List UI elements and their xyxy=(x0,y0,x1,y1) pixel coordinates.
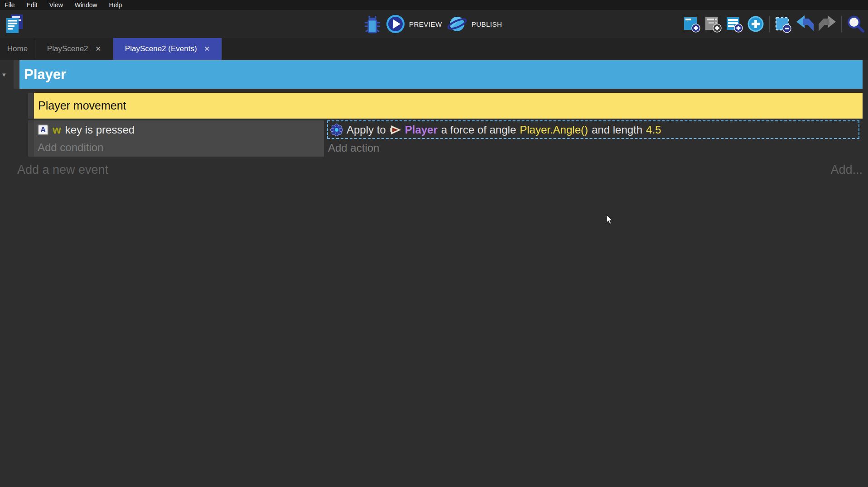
menu-bar: File Edit View Window Help xyxy=(0,0,868,10)
comment-gutter[interactable] xyxy=(28,93,34,119)
tab-home[interactable]: Home xyxy=(0,38,35,60)
undo-icon xyxy=(796,15,815,33)
action-middle-text: a force of angle xyxy=(441,124,516,136)
comment-event[interactable]: Player movement xyxy=(34,93,863,119)
delete-selection-icon xyxy=(774,15,792,33)
group-gutter[interactable] xyxy=(14,60,19,89)
debug-button[interactable] xyxy=(363,14,381,34)
action-angle-expression: Player.Angle() xyxy=(520,124,588,136)
action-prefix: Apply to xyxy=(347,124,386,136)
comment-text: Player movement xyxy=(34,99,126,112)
force-icon xyxy=(330,124,343,136)
tab-playscene2[interactable]: PlayScene2 ✕ xyxy=(35,38,113,60)
condition-row[interactable]: A w key is pressed xyxy=(34,120,324,139)
search-events-button[interactable] xyxy=(846,14,865,33)
toolbar-center-group: PREVIEW PUBLISH xyxy=(363,14,502,34)
condition-text: key is pressed xyxy=(65,124,135,136)
add-more-button[interactable]: Add... xyxy=(830,163,863,177)
publish-label: PUBLISH xyxy=(472,20,502,28)
menu-view[interactable]: View xyxy=(43,0,69,10)
add-new-event-button[interactable]: Add a new event xyxy=(17,163,108,177)
menu-file[interactable]: File xyxy=(0,0,21,10)
tab-playscene2-events[interactable]: PlayScene2 (Events) ✕ xyxy=(113,38,222,60)
action-row-selected[interactable]: Apply to Player a force of angle Player.… xyxy=(327,120,859,139)
redo-icon xyxy=(818,15,837,33)
events-sheet: ▾ Player Player movement A w key is pres… xyxy=(0,60,868,487)
conditions-column: A w key is pressed Add condition xyxy=(34,120,324,157)
player-object-icon xyxy=(390,124,401,135)
publish-globe-icon xyxy=(447,14,468,34)
menu-edit[interactable]: Edit xyxy=(21,0,43,10)
preview-button[interactable]: PREVIEW xyxy=(386,14,442,33)
add-comment-icon xyxy=(725,15,743,33)
action-length-value: 4.5 xyxy=(646,124,661,136)
toolbar-separator xyxy=(841,16,842,32)
action-suffix-text: and length xyxy=(592,124,642,136)
menu-help[interactable]: Help xyxy=(103,0,128,10)
add-event-button[interactable] xyxy=(683,15,701,33)
actions-column: Apply to Player a force of angle Player.… xyxy=(327,120,863,157)
add-event-icon xyxy=(683,15,701,33)
tab-home-label: Home xyxy=(7,44,28,53)
toolbar-separator xyxy=(769,16,770,32)
close-icon[interactable]: ✕ xyxy=(96,45,101,53)
add-action-button[interactable]: Add action xyxy=(327,140,863,156)
tab-playscene2-events-label: PlayScene2 (Events) xyxy=(125,44,197,53)
search-icon xyxy=(846,14,865,33)
toolbar-right-group xyxy=(683,14,865,34)
add-condition-button[interactable]: Add condition xyxy=(34,139,324,156)
add-subevent-button[interactable] xyxy=(704,15,722,33)
debug-bug-icon xyxy=(363,14,381,34)
close-icon[interactable]: ✕ xyxy=(204,45,210,53)
condition-key-name: w xyxy=(53,124,61,136)
event-gutter[interactable] xyxy=(28,120,34,157)
project-manager-icon xyxy=(5,14,24,34)
delete-selection-button[interactable] xyxy=(774,15,792,33)
tab-playscene2-label: PlayScene2 xyxy=(47,44,88,53)
choose-and-add-event-button[interactable] xyxy=(747,15,765,33)
add-subevent-icon xyxy=(704,15,722,33)
event-group-header[interactable]: Player xyxy=(19,60,863,89)
project-manager-button[interactable] xyxy=(5,14,24,34)
publish-button[interactable]: PUBLISH xyxy=(447,14,502,34)
group-title: Player xyxy=(19,67,66,83)
preview-label: PREVIEW xyxy=(409,20,442,28)
main-toolbar: PREVIEW PUBLISH xyxy=(0,10,868,38)
collapse-group-icon[interactable]: ▾ xyxy=(2,71,6,79)
action-object-name: Player xyxy=(405,124,438,136)
tab-bar: Home PlayScene2 ✕ PlayScene2 (Events) ✕ xyxy=(0,38,868,60)
preview-play-icon xyxy=(386,14,405,33)
add-comment-button[interactable] xyxy=(725,15,743,33)
redo-button[interactable] xyxy=(818,15,837,33)
undo-button[interactable] xyxy=(796,15,815,33)
add-circle-icon xyxy=(747,15,765,33)
menu-window[interactable]: Window xyxy=(69,0,103,10)
keyboard-key-icon: A xyxy=(38,124,48,135)
